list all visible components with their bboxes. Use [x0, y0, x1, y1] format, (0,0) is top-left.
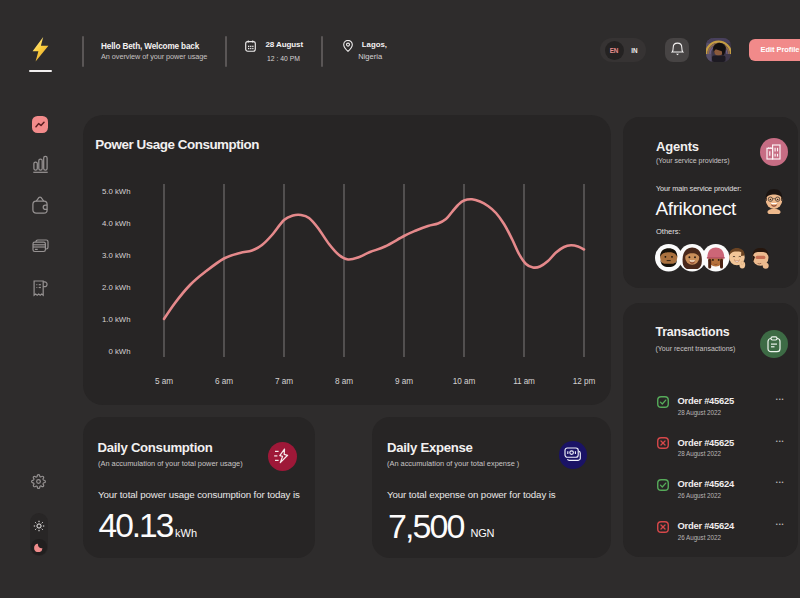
svg-text:0 kWh: 0 kWh	[108, 347, 130, 356]
svg-text:3.0 kWh: 3.0 kWh	[102, 251, 131, 260]
svg-text:12 pm: 12 pm	[573, 377, 596, 386]
svg-text:6 am: 6 am	[215, 377, 233, 386]
svg-text:5.0 kWh: 5.0 kWh	[102, 187, 131, 196]
svg-text:2.0 kWh: 2.0 kWh	[102, 283, 131, 292]
svg-text:1.0 kWh: 1.0 kWh	[102, 315, 131, 324]
svg-text:8 am: 8 am	[335, 377, 353, 386]
svg-text:7 am: 7 am	[275, 377, 293, 386]
svg-text:11 am: 11 am	[513, 377, 535, 386]
svg-text:4.0 kWh: 4.0 kWh	[102, 219, 131, 228]
svg-text:5 am: 5 am	[155, 377, 173, 386]
svg-text:10 am: 10 am	[453, 377, 476, 386]
svg-text:9 am: 9 am	[395, 377, 413, 386]
